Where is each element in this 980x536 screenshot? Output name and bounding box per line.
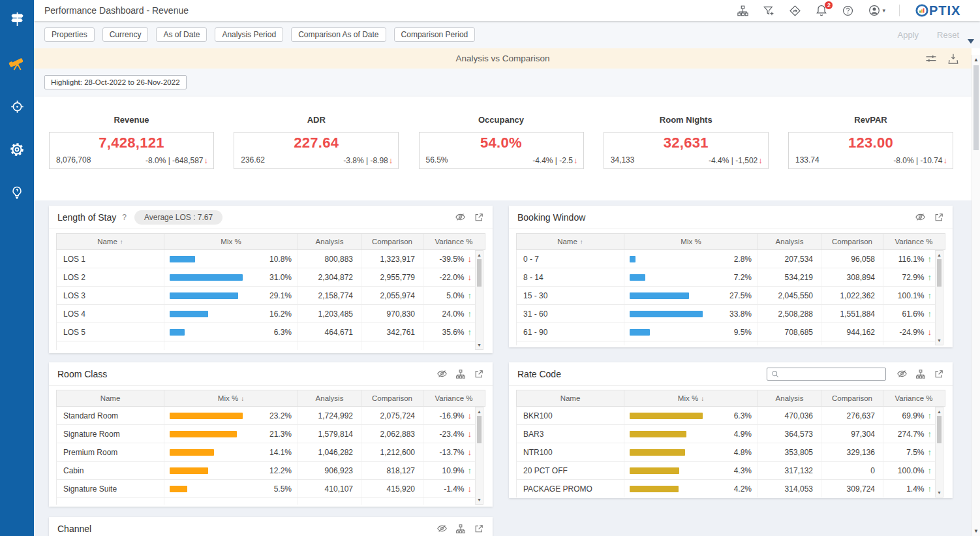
column-header-variance[interactable]: Variance % [883,234,944,249]
table-row[interactable]: LOS 329.1%2,158,7742,055,9745.0%↑ [56,287,475,305]
account-avatar-icon[interactable]: ▾ [868,4,885,17]
column-header-name[interactable]: Name [57,390,164,406]
column-header-comparison[interactable]: Comparison [821,234,883,249]
column-header-variance[interactable]: Variance % [423,390,484,406]
filter-chip-properties[interactable]: Properties [44,27,95,42]
table-row[interactable]: Premium Room14.1%1,046,2821,212,600-13.7… [56,443,475,462]
table-scrollbar[interactable]: ▲▼ [475,407,483,505]
scroll-up-icon[interactable]: ▲ [477,252,482,258]
table-scrollbar[interactable]: ▲▼ [475,250,483,350]
lightbulb-icon[interactable] [8,183,26,202]
open-external-icon[interactable] [474,369,484,379]
column-header-mix[interactable]: Mix % [624,234,758,249]
directions-icon[interactable] [789,5,801,17]
table-row[interactable]: 15 - 3027.5%2,045,5501,022,362100.1%↑ [516,287,935,305]
table-row[interactable]: BKR1006.3%470,036276,63769.9%↑ [516,407,935,425]
table-row[interactable]: 31 - 6033.8%2,508,2881,551,88461.6%↑ [516,305,935,323]
open-external-icon[interactable] [934,212,944,223]
settings-gear-icon[interactable] [8,140,26,159]
open-external-icon[interactable] [934,369,944,379]
scroll-up-icon[interactable]: ▲ [937,252,942,258]
kpi-card-room-nights[interactable]: 32,63134,133-4.4% | -1,502↓ [604,132,769,169]
column-header-variance[interactable]: Variance % [883,390,944,406]
org-chart-icon[interactable] [915,369,926,379]
telescope-icon[interactable] [8,54,26,72]
filter-chip-as-of-date[interactable]: As of Date [156,27,207,42]
table-row[interactable]: 0 - 72.8%207,53496,058116.1%↑ [516,250,935,268]
table-row[interactable]: Standard Room23.2%1,724,9922,075,724-16.… [56,407,475,425]
visibility-off-icon[interactable] [896,368,908,379]
column-header-comparison[interactable]: Comparison [361,390,423,406]
table-scrollbar[interactable]: ▲▼ [935,250,943,345]
table-row[interactable]: 61 - 909.5%708,685944,162-24.9%↓ [516,323,935,341]
column-header-name[interactable]: Name↑ [517,234,624,249]
table-row[interactable]: BAR34.9%364,57397,304274.7%↑ [516,425,935,443]
page-scrollbar-thumb[interactable] [973,65,979,150]
signpost-logo-icon[interactable] [8,10,26,28]
column-header-mix[interactable]: Mix % [164,234,298,249]
scroll-up-icon[interactable]: ▲ [477,409,482,415]
scroll-down-icon[interactable]: ▼ [937,490,942,496]
scroll-up-icon[interactable]: ▲ [937,409,942,415]
open-external-icon[interactable] [474,524,484,534]
column-header-analysis[interactable]: Analysis [758,390,821,406]
visibility-off-icon[interactable] [455,212,466,223]
filter-chip-currency[interactable]: Currency [102,27,149,42]
filter-chip-analysis-period[interactable]: Analysis Period [215,27,283,42]
kpi-card-revpar[interactable]: 123.00133.74-8.0% | -10.74↓ [788,132,953,169]
column-header-analysis[interactable]: Analysis [298,390,361,406]
org-chart-icon[interactable] [737,5,749,17]
rate-code-search-input[interactable] [767,368,886,381]
column-header-name[interactable]: Name↑ [57,234,164,249]
page-scrollbar[interactable]: ▲ ▼ [972,55,980,536]
table-row[interactable]: PACKAGE PROMO4.2%314,053309,7241.4%↑ [516,480,935,497]
target-icon[interactable] [8,97,26,116]
collapse-caret-icon[interactable] [968,39,974,44]
scrollbar-thumb[interactable] [477,259,482,287]
column-header-variance[interactable]: Variance % [423,234,484,249]
visibility-off-icon[interactable] [915,212,926,223]
scroll-down-icon[interactable]: ▼ [937,338,942,343]
download-icon[interactable] [947,52,960,65]
scrollbar-thumb[interactable] [937,259,942,287]
help-icon[interactable]: ? [122,213,127,222]
scrollbar-thumb[interactable] [477,416,482,443]
table-scrollbar[interactable]: ▲▼ [935,407,943,497]
kpi-card-revenue[interactable]: 7,428,1218,076,708-8.0% | -648,587↓ [49,132,214,169]
notifications-bell-icon[interactable]: 2 [815,4,828,17]
org-chart-icon[interactable] [455,369,466,379]
table-row[interactable]: NTR1004.8%353,805329,1367.5%↑ [516,443,935,462]
help-icon[interactable] [842,5,854,17]
open-external-icon[interactable] [474,212,484,223]
column-header-mix[interactable]: Mix %↓ [624,390,758,406]
kpi-card-occupancy[interactable]: 54.0%56.5%-4.4% | -2.5↓ [419,132,584,169]
column-header-analysis[interactable]: Analysis [298,234,361,249]
table-row[interactable]: 8 - 147.2%534,219308,89472.9%↑ [516,268,935,287]
filter-chip-comparison-period[interactable]: Comparison Period [394,27,476,42]
scrollbar-thumb[interactable] [937,416,942,443]
column-header-comparison[interactable]: Comparison [821,390,883,406]
visibility-off-icon[interactable] [436,523,448,534]
highlight-chip[interactable]: Highlight: 28-Oct-2022 to 26-Nov-2022 [44,75,187,89]
table-row[interactable]: Cabin12.2%906,923818,12710.9%↑ [56,462,475,480]
reset-button[interactable]: Reset [937,30,959,40]
column-header-mix[interactable]: Mix %↓ [164,390,298,406]
table-row[interactable]: Signature Suite5.5%410,107415,920-1.4%↓ [56,480,475,498]
kpi-card-adr[interactable]: 227.64236.62-3.8% | -8.98↓ [234,132,399,169]
apply-button[interactable]: Apply [898,30,919,40]
org-chart-icon[interactable] [455,524,466,534]
column-header-comparison[interactable]: Comparison [361,234,423,249]
table-row[interactable]: LOS 110.8%800,8831,323,917-39.5%↓ [56,250,475,268]
table-row[interactable]: LOS 56.3%464,671342,76135.6%↑ [56,323,475,341]
scroll-up-icon[interactable]: ▲ [973,57,979,63]
table-row[interactable]: LOS 231.0%2,304,8722,955,779-22.0%↓ [56,268,475,287]
adjustments-icon[interactable] [925,52,938,65]
visibility-off-icon[interactable] [436,368,448,379]
column-header-analysis[interactable]: Analysis [758,234,821,249]
filter-add-icon[interactable] [763,5,775,17]
scroll-down-icon[interactable]: ▼ [477,497,482,503]
table-row[interactable]: LOS 416.2%1,203,485970,83024.0%↑ [56,305,475,323]
filter-chip-comparison-as-of-date[interactable]: Comparison As of Date [291,27,386,42]
table-row[interactable]: 20 PCT OFF4.3%317,1320100.0%↑ [516,462,935,480]
column-header-name[interactable]: Name [517,390,624,406]
